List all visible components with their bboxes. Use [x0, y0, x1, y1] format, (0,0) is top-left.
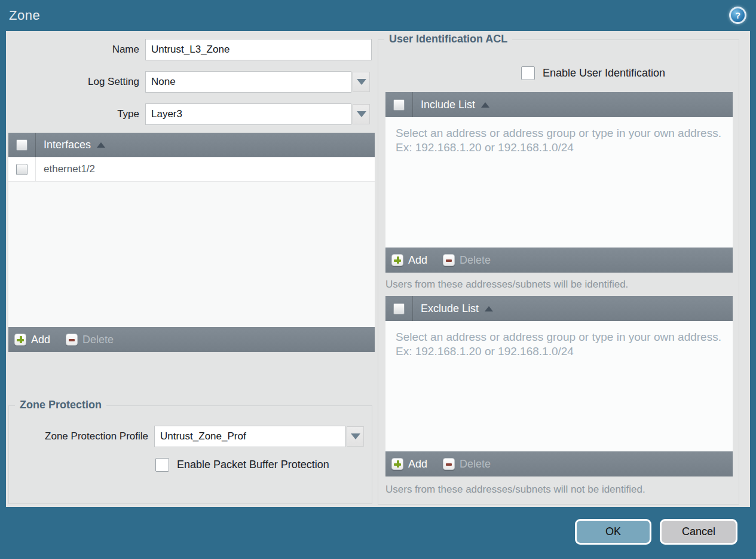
zone-protection-profile-label: Zone Protection Profile — [9, 426, 148, 447]
log-setting-dropdown-button[interactable] — [353, 72, 370, 92]
exclude-list-placeholder: Select an address or address group or ty… — [396, 330, 723, 359]
dialog-body: Name Log Setting None Type Layer3 Interf… — [6, 31, 750, 507]
interfaces-header-checkbox-cell — [8, 133, 36, 157]
zone-protection-profile-dropdown-button[interactable] — [347, 426, 364, 447]
include-list-footer: Add Delete — [385, 248, 733, 273]
include-list-placeholder: Select an address or address group or ty… — [396, 126, 723, 155]
exclude-add-button[interactable]: Add — [391, 458, 427, 471]
plus-icon — [14, 334, 26, 346]
zone-dialog: Zone ? Name Log Setting None Type Layer3… — [0, 0, 756, 559]
chevron-down-icon — [351, 433, 360, 439]
type-select[interactable]: Layer3 — [145, 103, 351, 125]
exclude-header-checkbox-cell — [385, 296, 413, 321]
user-id-acl-legend: User Identification ACL — [384, 33, 512, 45]
include-add-label: Add — [408, 254, 427, 267]
minus-icon — [443, 254, 455, 266]
log-setting-select[interactable]: None — [145, 71, 351, 93]
log-setting-label: Log Setting — [6, 71, 139, 93]
include-list-body[interactable]: Select an address or address group or ty… — [385, 117, 733, 248]
zone-protection-legend: Zone Protection — [15, 399, 106, 411]
plus-icon — [391, 254, 403, 266]
help-icon-glyph: ? — [735, 11, 740, 20]
type-label: Type — [6, 103, 139, 125]
dialog-titlebar: Zone — [0, 0, 756, 31]
exclude-list-footer: Add Delete — [385, 451, 733, 476]
exclude-delete-button[interactable]: Delete — [443, 458, 491, 471]
name-input[interactable] — [145, 39, 372, 60]
type-dropdown-button[interactable] — [353, 104, 370, 124]
zone-protection-profile-select[interactable]: Untrust_Zone_Prof — [154, 426, 345, 447]
enable-user-identification-checkbox[interactable] — [521, 66, 535, 80]
packet-buffer-protection-label: Enable Packet Buffer Protection — [177, 458, 329, 472]
include-list-helper-text: Users from these addresses/subnets will … — [385, 279, 628, 291]
interface-row-checkbox[interactable] — [16, 164, 27, 175]
interfaces-table-header[interactable]: Interfaces — [8, 133, 375, 157]
include-select-all-checkbox[interactable] — [393, 99, 405, 111]
exclude-list-body[interactable]: Select an address or address group or ty… — [385, 321, 733, 451]
interface-row[interactable]: ethernet1/2 — [8, 157, 375, 182]
interfaces-add-button[interactable]: Add — [14, 334, 50, 346]
interfaces-delete-label: Delete — [82, 334, 114, 346]
minus-icon — [66, 334, 78, 346]
minus-icon — [443, 458, 455, 470]
interfaces-select-all-checkbox[interactable] — [16, 139, 27, 151]
packet-buffer-protection-checkbox[interactable] — [155, 458, 169, 472]
include-add-button[interactable]: Add — [391, 254, 427, 267]
exclude-list-table: Exclude List Select an address or addres… — [385, 296, 733, 476]
exclude-list-column-header[interactable]: Exclude List — [421, 303, 479, 315]
interfaces-table: Interfaces ethernet1/2 Add Delete — [8, 133, 375, 352]
exclude-delete-label: Delete — [460, 458, 491, 471]
name-label: Name — [6, 39, 139, 60]
interfaces-column-header[interactable]: Interfaces — [44, 139, 91, 151]
cancel-button[interactable]: Cancel — [660, 519, 737, 545]
plus-icon — [391, 458, 403, 470]
chevron-down-icon — [357, 111, 366, 117]
exclude-list-header[interactable]: Exclude List — [385, 296, 733, 321]
exclude-list-helper-text: Users from these addresses/subnets will … — [385, 484, 645, 496]
interfaces-add-label: Add — [31, 334, 50, 346]
include-list-table: Include List Select an address or addres… — [385, 92, 733, 273]
include-list-column-header[interactable]: Include List — [421, 99, 475, 111]
include-delete-button[interactable]: Delete — [443, 254, 491, 267]
dialog-title: Zone — [9, 8, 40, 23]
zone-protection-group: Zone Protection Zone Protection Profile … — [8, 405, 372, 504]
interfaces-delete-button[interactable]: Delete — [66, 334, 114, 346]
exclude-add-label: Add — [408, 458, 427, 471]
sort-ascending-icon — [485, 306, 493, 311]
ok-button[interactable]: OK — [575, 519, 651, 545]
sort-ascending-icon — [481, 102, 489, 108]
interfaces-table-footer: Add Delete — [8, 327, 375, 352]
user-id-acl-group: User Identification ACL Enable User Iden… — [378, 39, 739, 505]
include-header-checkbox-cell — [385, 92, 413, 117]
sort-ascending-icon — [97, 142, 105, 148]
interface-row-checkbox-cell — [8, 157, 36, 181]
enable-user-identification-label: Enable User Identification — [543, 66, 665, 80]
help-icon[interactable]: ? — [729, 7, 746, 24]
exclude-select-all-checkbox[interactable] — [393, 303, 405, 314]
interface-name: ethernet1/2 — [44, 163, 95, 175]
interfaces-table-empty-area — [8, 182, 375, 327]
include-delete-label: Delete — [460, 254, 491, 267]
chevron-down-icon — [357, 79, 366, 85]
include-list-header[interactable]: Include List — [385, 92, 733, 117]
